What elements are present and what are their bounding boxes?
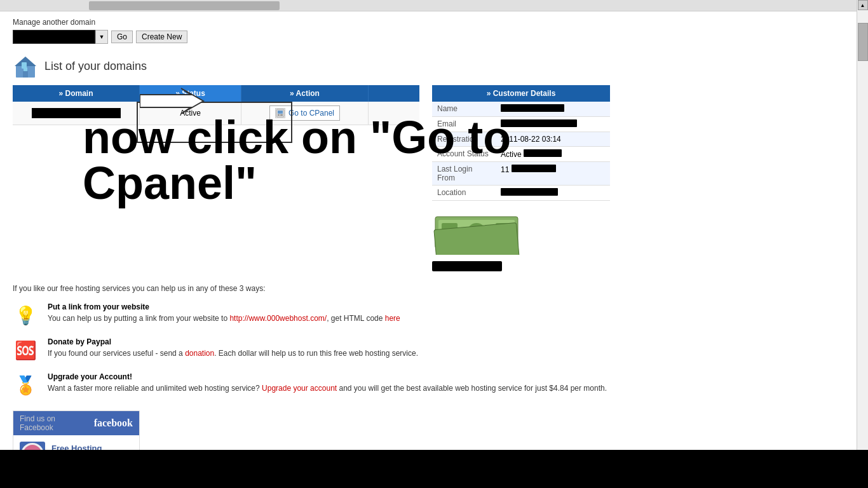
- fb-logo-text: facebook: [94, 417, 133, 428]
- domains-title: List of your domains: [44, 60, 147, 73]
- help-text: If you like our free hosting services yo…: [13, 284, 855, 293]
- table-row: Active Go t: [13, 102, 419, 125]
- way-desc-link: You can help us by putting a link from y…: [48, 313, 400, 324]
- login-partial: 11: [501, 165, 509, 174]
- customer-login-row: Last Login From 11: [432, 162, 610, 186]
- customer-registration-row: Registration 2011-08-22 03:14: [432, 132, 610, 147]
- svg-rect-7: [278, 114, 280, 116]
- location-value: [496, 186, 610, 201]
- email-value: [496, 117, 610, 132]
- td-action[interactable]: Go to CPanel: [241, 102, 369, 125]
- medal-icon: 🏅: [13, 372, 38, 398]
- house-icon: [13, 53, 38, 79]
- fb-header: Find us on Facebook facebook: [13, 411, 139, 435]
- account-status-label: Account Status: [432, 147, 496, 162]
- customer-email-row: Email: [432, 117, 610, 132]
- domains-header: List of your domains: [13, 53, 855, 79]
- scroll-up-btn[interactable]: ▲: [858, 0, 868, 10]
- bottom-redacted: [432, 261, 502, 271]
- domains-table: » Domain » Status » Action Active: [13, 85, 419, 271]
- customer-table: Name Email Registration 2011-08-22 03:14…: [432, 102, 610, 201]
- last-login-value: 11: [496, 162, 610, 186]
- status-redacted: [524, 149, 562, 157]
- go-to-cpanel-button[interactable]: Go to CPanel: [269, 105, 340, 121]
- domain-select-arrow[interactable]: ▼: [95, 30, 108, 44]
- arrow-annotation: [140, 85, 216, 119]
- customer-location-row: Location: [432, 186, 610, 201]
- customer-status-row: Account Status Active: [432, 147, 610, 162]
- scrollbar-track[interactable]: [858, 10, 868, 478]
- customer-details: » Customer Details Name Email Registrati…: [432, 85, 610, 271]
- website-link[interactable]: http://www.000webhost.com/: [229, 314, 327, 323]
- status-text: Active: [501, 150, 522, 159]
- name-value: [496, 102, 610, 117]
- way-item-upgrade: 🏅 Upgrade your Account! Want a faster mo…: [13, 372, 855, 398]
- registration-label: Registration: [432, 132, 496, 147]
- scrollbar-thumb[interactable]: [89, 1, 280, 10]
- svg-rect-8: [280, 114, 283, 116]
- right-scrollbar[interactable]: ▲ ▼: [857, 0, 868, 488]
- location-label: Location: [432, 186, 496, 201]
- ways-section: 💡 Put a link from your website You can h…: [13, 302, 855, 398]
- td-domain: [13, 102, 140, 125]
- table-header: » Domain » Status » Action: [13, 85, 419, 102]
- svg-rect-3: [23, 71, 28, 78]
- way-title-upgrade: Upgrade your Account!: [48, 372, 607, 381]
- domains-table-wrapper: » Domain » Status » Action Active: [13, 85, 855, 271]
- upgrade-link[interactable]: Upgrade your account: [262, 384, 337, 393]
- name-label: Name: [432, 102, 496, 117]
- donate-link[interactable]: donation: [185, 349, 214, 358]
- lightbulb-icon: 💡: [13, 302, 38, 328]
- fb-find-us-text: Find us on Facebook: [20, 414, 91, 432]
- html-code-link[interactable]: here: [385, 314, 400, 323]
- domain-controls: ▼ Go Create New: [13, 30, 855, 44]
- way-content-donate: Donate by Paypal If you found our servic…: [48, 337, 418, 359]
- way-title-donate: Donate by Paypal: [48, 337, 418, 346]
- fb-brand-name: facebook: [94, 417, 133, 429]
- th-action: » Action: [241, 85, 369, 102]
- svg-rect-4: [24, 67, 27, 71]
- th-domain: » Domain: [13, 85, 140, 102]
- lifebuoy-icon: 🆘: [13, 337, 38, 363]
- svg-marker-9: [140, 88, 203, 114]
- cpanel-icon: [275, 108, 285, 118]
- registration-value: 2011-08-22 03:14: [496, 132, 610, 147]
- manage-domain-label: Manage another domain: [13, 18, 855, 27]
- top-scrollbar[interactable]: [0, 0, 868, 11]
- account-status-value: Active: [496, 147, 610, 162]
- email-redacted: [501, 119, 577, 127]
- way-desc-donate: If you found our services useful - send …: [48, 348, 418, 359]
- go-button[interactable]: Go: [111, 30, 133, 43]
- customer-name-row: Name: [432, 102, 610, 117]
- way-content-link: Put a link from your website You can hel…: [48, 302, 400, 324]
- way-title-link: Put a link from your website: [48, 302, 400, 311]
- name-redacted: [501, 104, 564, 112]
- svg-rect-6: [278, 111, 283, 114]
- money-image: $: [432, 214, 521, 255]
- way-desc-upgrade: Want a faster more reliable and unlimite…: [48, 383, 607, 394]
- scrollbar-drag-thumb[interactable]: [858, 23, 868, 61]
- create-new-button[interactable]: Create New: [136, 30, 187, 43]
- last-login-label: Last Login From: [432, 162, 496, 186]
- domain-select-wrapper: ▼: [13, 30, 108, 44]
- bottom-bar: [0, 450, 868, 488]
- way-item-donate: 🆘 Donate by Paypal If you found our serv…: [13, 337, 855, 363]
- manage-domain-section: Manage another domain ▼ Go Create New: [13, 18, 855, 44]
- domain-select-input[interactable]: [13, 30, 95, 44]
- way-content-upgrade: Upgrade your Account! Want a faster more…: [48, 372, 607, 394]
- money-section: $: [432, 214, 610, 271]
- go-to-cpanel-label: Go to CPanel: [288, 109, 334, 118]
- way-item-link: 💡 Put a link from your website You can h…: [13, 302, 855, 328]
- login-redacted: [512, 165, 556, 172]
- domain-name-redacted: [32, 108, 121, 118]
- customer-details-header: » Customer Details: [432, 85, 610, 102]
- email-label: Email: [432, 117, 496, 132]
- location-redacted: [501, 188, 558, 196]
